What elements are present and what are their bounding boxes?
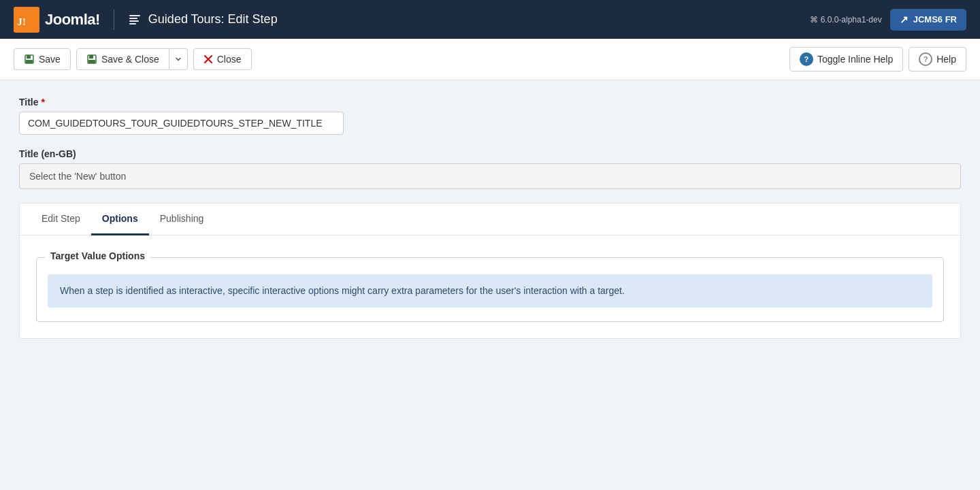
- title-en-gb-label: Title (en-GB): [19, 148, 961, 159]
- svg-rect-5: [129, 23, 136, 24]
- title-label: Title *: [19, 97, 961, 108]
- svg-rect-2: [129, 15, 140, 16]
- save-icon: [24, 54, 35, 65]
- options-info-text: When a step is identified as interactive…: [60, 285, 625, 296]
- title-en-gb-input: [19, 163, 961, 189]
- topbar-left: J! Joomla! Guided Tours: Edit Step: [14, 7, 278, 33]
- guided-tours-nav-icon: [128, 13, 142, 27]
- topbar: J! Joomla! Guided Tours: Edit Step ⌘ 6.0…: [0, 0, 980, 39]
- tab-publishing[interactable]: Publishing: [149, 203, 215, 235]
- tab-edit-step[interactable]: Edit Step: [31, 203, 91, 235]
- save-close-icon: [86, 54, 97, 65]
- title-input[interactable]: [19, 112, 344, 135]
- toolbar-right: ? Toggle Inline Help ? Help: [789, 47, 966, 71]
- title-required: *: [41, 97, 44, 108]
- options-info-box: When a step is identified as interactive…: [48, 274, 932, 308]
- save-dropdown-button[interactable]: [169, 48, 188, 70]
- toggle-inline-help-button[interactable]: ? Toggle Inline Help: [789, 47, 903, 71]
- tabs-header: Edit Step Options Publishing: [20, 203, 960, 235]
- fieldset-legend: Target Value Options: [45, 250, 150, 261]
- toggle-inline-help-label: Toggle Inline Help: [817, 54, 893, 65]
- joomla-logo-icon: J!: [14, 7, 39, 33]
- svg-rect-7: [27, 55, 31, 59]
- close-button[interactable]: Close: [193, 48, 252, 70]
- version-icon: ⌘: [810, 15, 818, 24]
- save-label: Save: [39, 54, 61, 65]
- help-label: Help: [936, 54, 956, 65]
- topbar-separator: [114, 10, 114, 30]
- title-field-group: Title *: [19, 97, 961, 135]
- target-value-options-fieldset: Target Value Options When a step is iden…: [36, 257, 944, 322]
- joomla-logo: J! Joomla!: [14, 7, 100, 33]
- svg-rect-11: [88, 60, 95, 63]
- user-button-icon: ↗: [900, 14, 909, 26]
- topbar-title-area: Guided Tours: Edit Step: [128, 12, 278, 27]
- svg-rect-10: [89, 55, 93, 59]
- tab-options[interactable]: Options: [91, 203, 149, 235]
- help-icon: ?: [919, 52, 932, 66]
- version-label: ⌘ 6.0.0-alpha1-dev: [810, 15, 881, 24]
- main-content: Title * Title (en-GB) Edit Step Options …: [0, 80, 980, 490]
- save-close-group: Save & Close: [76, 48, 188, 70]
- close-label: Close: [217, 54, 242, 65]
- svg-rect-8: [26, 60, 33, 63]
- joomla-wordmark: Joomla!: [45, 11, 100, 29]
- page-title: Guided Tours: Edit Step: [148, 12, 278, 27]
- toolbar-left: Save Save & Close Close: [14, 48, 252, 70]
- toggle-help-icon: ?: [800, 52, 813, 66]
- topbar-right: ⌘ 6.0.0-alpha1-dev ↗ JCMS6 FR: [810, 9, 966, 31]
- user-button-label: JCMS6 FR: [913, 14, 957, 24]
- svg-rect-3: [129, 18, 137, 19]
- save-close-button[interactable]: Save & Close: [76, 48, 169, 70]
- help-button[interactable]: ? Help: [909, 47, 966, 71]
- options-tab-content: Target Value Options When a step is iden…: [20, 235, 960, 338]
- toolbar: Save Save & Close Close: [0, 39, 980, 80]
- svg-text:J!: J!: [17, 15, 26, 27]
- close-icon: [203, 54, 213, 64]
- title-en-gb-field-group: Title (en-GB): [19, 148, 961, 189]
- save-button[interactable]: Save: [14, 48, 71, 70]
- svg-rect-4: [129, 20, 139, 22]
- dropdown-chevron-icon: [175, 56, 182, 63]
- user-button[interactable]: ↗ JCMS6 FR: [890, 9, 966, 31]
- tabs-container: Edit Step Options Publishing Target Valu…: [19, 203, 961, 339]
- save-close-label: Save & Close: [101, 54, 159, 65]
